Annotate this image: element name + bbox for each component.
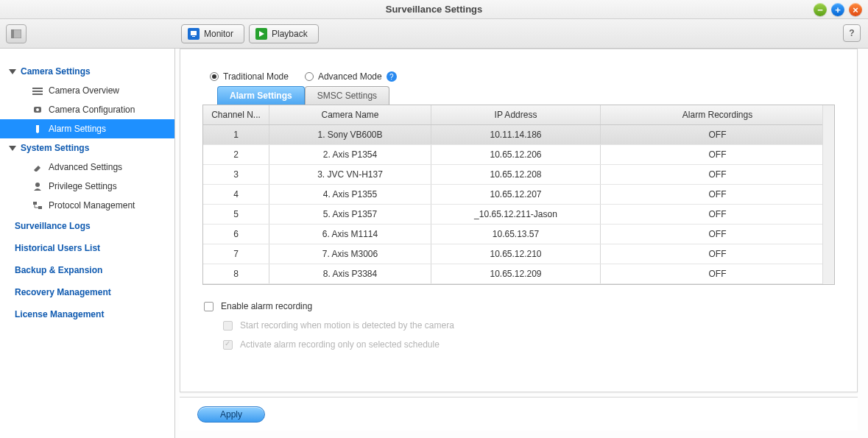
checkbox-icon [223,340,233,350]
opt-label: Start recording when motion is detected … [240,320,454,331]
svg-rect-8 [32,93,43,95]
cell-alarm: OFF [601,185,834,204]
table-row[interactable]: 77. Axis M300610.65.12.210OFF [203,244,834,264]
sidebar-item-privilege-settings[interactable]: Privilege Settings [0,177,174,196]
sidebar-link-historical-users[interactable]: Historical Users List [0,237,174,259]
cell-alarm: OFF [601,225,834,244]
col-camera[interactable]: Camera Name [269,105,431,124]
sidebar-item-label: Alarm Settings [49,124,106,134]
svg-rect-15 [33,202,37,205]
alarm-icon [32,124,43,133]
sidebar-item-advanced-settings[interactable]: Advanced Settings [0,158,174,177]
table-row[interactable]: 66. Axis M111410.65.13.57OFF [203,225,834,244]
sidebar-link-recovery-management[interactable]: Recovery Management [0,281,174,303]
help-button[interactable]: ? [843,24,861,42]
window-title: Surveillance Settings [386,4,483,15]
playback-button[interactable]: Playback [249,24,319,43]
opt-label: Enable alarm recording [221,301,312,311]
apply-button[interactable]: Apply [197,406,265,423]
table-row[interactable]: 11. Sony VB600B10.11.14.186OFF [203,125,834,145]
user-icon [32,182,43,191]
overview-icon [32,86,43,95]
monitor-icon [188,28,200,40]
cell-ip: _10.65.12.211-Jason [431,205,601,224]
sidebar-group-system[interactable]: System Settings [0,138,174,158]
camera-grid: Channel N... Camera Name IP Address Alar… [202,105,835,285]
cell-ip: 10.65.12.208 [431,165,601,184]
cell-camera: 7. Axis M3006 [269,244,431,264]
checkbox-icon [204,302,214,311]
sidebar-group-camera[interactable]: Camera Settings [0,62,174,81]
table-row[interactable]: 55. Axis P1357_10.65.12.211-JasonOFF [203,205,834,225]
sidebar-item-camera-config[interactable]: Camera Configuration [0,100,174,119]
sidebar-link-surveillance-logs[interactable]: Surveillance Logs [0,215,174,237]
camera-icon [32,105,43,114]
svg-marker-13 [9,146,16,151]
sidebar-item-label: Protocol Management [49,200,135,211]
expand-icon [9,68,16,75]
cell-camera: 1. Sony VB600B [269,125,431,144]
cell-camera: 3. JVC VN-H137 [269,165,431,184]
table-row[interactable]: 22. Axis P135410.65.12.206OFF [203,145,834,165]
svg-point-14 [35,183,40,187]
cell-alarm: OFF [601,244,834,264]
sidebar-item-alarm-settings[interactable]: Alarm Settings [0,119,174,138]
help-icon[interactable]: ? [387,71,397,82]
toolbar: Monitor Playback ? [0,19,868,49]
cell-camera: 2. Axis P1354 [269,145,431,164]
playback-icon [255,28,267,40]
cell-alarm: OFF [601,145,834,164]
monitor-button[interactable]: Monitor [181,24,244,43]
sidebar-item-camera-overview[interactable]: Camera Overview [0,81,174,100]
sidebar: Camera Settings Camera Overview Camera C… [0,49,175,438]
close-button[interactable]: × [849,3,862,16]
wrench-icon [32,163,43,172]
main-panel: Traditional Mode Advanced Mode ? Alarm S… [175,49,868,438]
tab-alarm-settings[interactable]: Alarm Settings [217,86,305,105]
table-row[interactable]: 44. Axis P135510.65.12.207OFF [203,185,834,205]
opt-enable-alarm[interactable]: Enable alarm recording [204,301,835,311]
svg-marker-4 [259,31,264,37]
col-alarm[interactable]: Alarm Recordings [601,105,834,124]
table-row[interactable]: 33. JVC VN-H13710.65.12.208OFF [203,165,834,185]
cell-camera: 6. Axis M1114 [269,225,431,244]
table-row[interactable]: 88. Axis P338410.65.12.209OFF [203,264,834,284]
sidebar-link-backup-expansion[interactable]: Backup & Expansion [0,259,174,281]
cell-camera: 5. Axis P1357 [269,205,431,224]
cell-channel: 5 [203,205,269,224]
sidebar-link-license-management[interactable]: License Management [0,303,174,325]
svg-marker-5 [9,69,16,74]
cell-channel: 1 [203,125,269,144]
mode-advanced[interactable]: Advanced Mode ? [305,71,397,82]
footer: Apply [180,397,858,431]
cell-ip: 10.65.12.209 [431,264,601,283]
cell-channel: 2 [203,145,269,164]
cell-ip: 10.65.12.207 [431,185,601,204]
mode-label: Advanced Mode [318,71,382,82]
sidebar-item-label: Camera Configuration [49,105,135,115]
col-ip[interactable]: IP Address [431,105,601,124]
titlebar: Surveillance Settings − + × [0,0,868,19]
svg-point-12 [37,132,38,133]
col-channel[interactable]: Channel N... [203,105,269,124]
cell-alarm: OFF [601,125,834,144]
svg-rect-3 [192,36,195,37]
sidebar-item-label: Camera Overview [49,85,119,96]
maximize-button[interactable]: + [831,3,844,16]
tab-smsc-settings[interactable]: SMSC Settings [305,86,389,105]
sidebar-item-protocol-management[interactable]: Protocol Management [0,196,174,215]
cell-alarm: OFF [601,264,834,283]
minimize-button[interactable]: − [814,3,827,16]
cell-channel: 6 [203,225,269,244]
help-icon: ? [849,28,854,38]
grid-scrollbar[interactable] [822,105,834,284]
cell-camera: 8. Axis P3384 [269,264,431,283]
apply-label: Apply [220,409,242,420]
sidebar-item-label: Privilege Settings [49,181,117,191]
svg-rect-6 [32,88,43,89]
cell-ip: 10.65.12.210 [431,244,601,264]
sidebar-toggle-button[interactable] [6,24,27,43]
svg-point-10 [36,108,39,111]
mode-traditional[interactable]: Traditional Mode [210,71,289,82]
protocol-icon [32,201,43,210]
